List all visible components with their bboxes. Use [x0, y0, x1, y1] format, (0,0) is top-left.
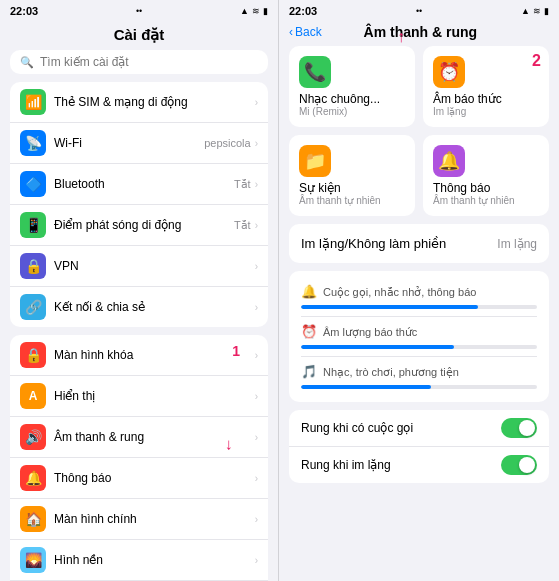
- right-status-bar: 22:03 •• ▲ ≋ ▮: [279, 0, 559, 22]
- left-time: 22:03: [10, 5, 38, 17]
- toggle-silent-vibrate[interactable]: Rung khi im lặng: [289, 447, 549, 483]
- search-icon: 🔍: [20, 56, 34, 69]
- hotspot-icon: 📱: [20, 212, 46, 238]
- silent-section: Im lặng/Không làm phiền Im lặng: [289, 224, 549, 263]
- hotspot-chevron: ›: [255, 220, 258, 231]
- sidebar-item-notify[interactable]: 🔔 Thông báo ›: [10, 458, 268, 499]
- sidebar-item-sound[interactable]: 🔊 Âm thanh & rung › ↑: [10, 417, 268, 458]
- back-chevron-icon: ‹: [289, 25, 293, 39]
- media-slider-track-row[interactable]: [301, 382, 537, 392]
- wifi-chevron: ›: [255, 138, 258, 149]
- back-button[interactable]: ‹ Back: [289, 25, 322, 39]
- calls-slider-track-row[interactable]: [301, 302, 537, 312]
- display-icon: A: [20, 383, 46, 409]
- slider-calls-row: 🔔 Cuộc gọi, nhắc nhở, thông báo: [301, 281, 537, 302]
- back-label: Back: [295, 25, 322, 39]
- calls-slider-track[interactable]: [301, 305, 537, 309]
- alarm-slider-track[interactable]: [301, 345, 537, 349]
- bluetooth-value: Tắt: [234, 178, 251, 191]
- slider-calls: 🔔 Cuộc gọi, nhắc nhở, thông báo: [301, 277, 537, 317]
- silent-row[interactable]: Im lặng/Không làm phiền Im lặng: [301, 232, 537, 255]
- display-label: Hiển thị: [54, 389, 255, 403]
- ringtone-sublabel: Mi (Remix): [299, 106, 347, 117]
- ringtone-icon: 📞: [299, 56, 331, 88]
- sidebar-item-wallpaper[interactable]: 🌄 Hình nền ›: [10, 540, 268, 581]
- settings-list: 📶 Thẻ SIM & mạng di động › 📡 Wi-Fi pepsi…: [0, 82, 278, 581]
- ring-vibrate-label: Rung khi có cuộc gọi: [301, 421, 413, 435]
- ring-vibrate-switch[interactable]: [501, 418, 537, 438]
- media-slider-icon: 🎵: [301, 364, 317, 379]
- sidebar-item-hotspot[interactable]: 📱 Điểm phát sóng di động Tắt ›: [10, 205, 268, 246]
- slider-media-row: 🎵 Nhạc, trò chơi, phương tiện: [301, 361, 537, 382]
- slider-alarm-row: ⏰ Âm lượng báo thức: [301, 321, 537, 342]
- sim-icon: 📶: [20, 89, 46, 115]
- slider-alarm: ⏰ Âm lượng báo thức: [301, 317, 537, 357]
- search-input[interactable]: [40, 55, 258, 69]
- left-status-dots: ••: [136, 6, 142, 16]
- sound-cards-grid: 📞 Nhạc chuông... Mi (Remix) ↑ ⏰ Âm báo t…: [289, 46, 549, 216]
- wifi-icon-item: 📡: [20, 130, 46, 156]
- connect-chevron: ›: [255, 302, 258, 313]
- sidebar-item-homescreen[interactable]: 🏠 Màn hình chính ›: [10, 499, 268, 540]
- alarm-icon: ⏰: [433, 56, 465, 88]
- left-panel: 22:03 •• ▲ ≋ ▮ Cài đặt 🔍 📶 Thẻ SIM & mạn…: [0, 0, 279, 581]
- annotation-badge-1: 1: [232, 343, 240, 359]
- homescreen-icon: 🏠: [20, 506, 46, 532]
- lockscreen-chevron: ›: [255, 350, 258, 361]
- right-page-title: Âm thanh & rung: [322, 24, 519, 40]
- wifi-label: Wi-Fi: [54, 136, 204, 150]
- sidebar-item-sim[interactable]: 📶 Thẻ SIM & mạng di động ›: [10, 82, 268, 123]
- sidebar-item-wifi[interactable]: 📡 Wi-Fi pepsicola ›: [10, 123, 268, 164]
- hotspot-label: Điểm phát sóng di động: [54, 218, 234, 232]
- sidebar-item-display[interactable]: A Hiển thị ›: [10, 376, 268, 417]
- sliders-block: 🔔 Cuộc gọi, nhắc nhở, thông báo ⏰ Âm lượ…: [289, 271, 549, 402]
- sidebar-item-vpn[interactable]: 🔒 VPN ›: [10, 246, 268, 287]
- vpn-label: VPN: [54, 259, 255, 273]
- bluetooth-icon: 🔷: [20, 171, 46, 197]
- sound-card-event[interactable]: 📁 Sự kiện Âm thanh tự nhiên: [289, 135, 415, 216]
- alarm-slider-label: Âm lượng báo thức: [323, 324, 417, 339]
- right-status-dots: ••: [416, 6, 422, 16]
- sound-icon: 🔊: [20, 424, 46, 450]
- sidebar-item-lockscreen[interactable]: 🔒 Màn hình khóa 1 ›: [10, 335, 268, 376]
- notification-icon: 🔔: [433, 145, 465, 177]
- notify-label: Thông báo: [54, 471, 255, 485]
- sound-card-alarm[interactable]: ⏰ Âm báo thức Im lặng 2: [423, 46, 549, 127]
- alarm-slider-fill: [301, 345, 454, 349]
- arrow-annotation: ↑: [225, 437, 233, 455]
- hotspot-value: Tắt: [234, 219, 251, 232]
- calls-slider-label: Cuộc gọi, nhắc nhở, thông báo: [323, 284, 476, 299]
- left-status-icons: ▲ ≋ ▮: [240, 6, 268, 16]
- alarm-slider-track-row[interactable]: [301, 342, 537, 352]
- right-header: ‹ Back Âm thanh & rung: [279, 22, 559, 46]
- connect-icon: 🔗: [20, 294, 46, 320]
- right-panel: 22:03 •• ▲ ≋ ▮ ‹ Back Âm thanh & rung 📞 …: [279, 0, 559, 581]
- lockscreen-icon: 🔒: [20, 342, 46, 368]
- toggle-ring-vibrate[interactable]: Rung khi có cuộc gọi: [289, 410, 549, 447]
- media-slider-label: Nhạc, trò chơi, phương tiện: [323, 364, 459, 379]
- sidebar-item-connect[interactable]: 🔗 Kết nối & chia sẻ ›: [10, 287, 268, 327]
- wifi-icon: ≋: [252, 6, 260, 16]
- arrow-up-annotation: ↑: [397, 28, 405, 46]
- settings-group-2: 🔒 Màn hình khóa 1 › A Hiển thị › 🔊 Âm th…: [10, 335, 268, 581]
- silent-label: Im lặng/Không làm phiền: [301, 236, 446, 251]
- event-sublabel: Âm thanh tự nhiên: [299, 195, 381, 206]
- sound-card-notification[interactable]: 🔔 Thông báo Âm thanh tự nhiên: [423, 135, 549, 216]
- ringtone-label: Nhạc chuông...: [299, 92, 380, 106]
- alarm-label: Âm báo thức: [433, 92, 502, 106]
- search-bar[interactable]: 🔍: [10, 50, 268, 74]
- sim-label: Thẻ SIM & mạng di động: [54, 95, 255, 109]
- right-time: 22:03: [289, 5, 317, 17]
- r-wifi-icon: ≋: [533, 6, 541, 16]
- wallpaper-label: Hình nền: [54, 553, 255, 567]
- media-slider-track[interactable]: [301, 385, 537, 389]
- sound-chevron: ›: [255, 432, 258, 443]
- wallpaper-chevron: ›: [255, 555, 258, 566]
- notify-chevron: ›: [255, 473, 258, 484]
- silent-vibrate-switch[interactable]: [501, 455, 537, 475]
- battery-icon: ▮: [263, 6, 268, 16]
- display-chevron: ›: [255, 391, 258, 402]
- sidebar-item-bluetooth[interactable]: 🔷 Bluetooth Tắt ›: [10, 164, 268, 205]
- media-slider-fill: [301, 385, 431, 389]
- sound-card-ringtone[interactable]: 📞 Nhạc chuông... Mi (Remix) ↑: [289, 46, 415, 127]
